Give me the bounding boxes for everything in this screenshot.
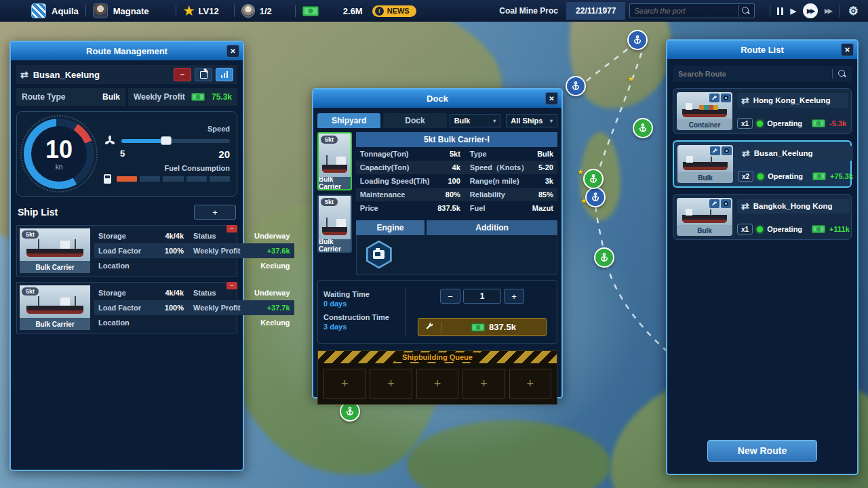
weekly-profit-label: Weekly Profit — [193, 247, 252, 255]
route-profit: +111k — [829, 225, 850, 233]
ship-count-badge: x2 — [738, 171, 753, 182]
location-value: Keelung — [260, 319, 290, 327]
location-label: Location — [98, 262, 151, 270]
tab-addition[interactable]: Addition — [427, 220, 557, 235]
queue-slot-add[interactable]: + — [323, 369, 366, 399]
ship-thumbnail: 5kt — [20, 228, 90, 261]
ship-type-label: Bulk Carrier — [20, 261, 90, 273]
shipbuilding-queue: Shipbuilding Queue + + + + + — [317, 350, 557, 405]
news-ticker[interactable]: Coal Mine Proc — [499, 6, 558, 16]
port-anchor-marker-green[interactable] — [583, 169, 604, 189]
ship-thumbnail — [677, 92, 732, 119]
route-card-selected[interactable]: Bulk ⇄ Busan_Keelung x2 Operating +75.3k — [673, 140, 852, 188]
construction-time-value: 3 days — [323, 323, 401, 331]
route-search-input[interactable] — [678, 70, 827, 78]
quantity-stepper: − 1 + — [440, 289, 524, 304]
spec-row: Loading Speed(T/h)100 Range(n mile)3k — [356, 174, 557, 188]
add-ship-button[interactable]: + — [194, 205, 236, 220]
search-icon[interactable] — [838, 70, 846, 78]
port-search-input[interactable] — [634, 7, 736, 15]
edit-icon — [200, 71, 208, 79]
route-name: Bangkok_Hong Kong — [753, 202, 833, 210]
edit-route-button[interactable] — [195, 68, 212, 81]
close-icon[interactable]: ✕ — [226, 45, 239, 58]
track-button[interactable] — [721, 94, 731, 102]
close-icon[interactable]: ✕ — [841, 43, 854, 56]
queue-slot-add[interactable]: + — [462, 369, 505, 399]
star-icon: ★ — [627, 75, 634, 83]
port-anchor-marker[interactable] — [566, 76, 586, 96]
repair-button[interactable] — [709, 94, 719, 102]
play-button[interactable]: ▶ — [790, 7, 795, 16]
queue-slot-add[interactable]: + — [416, 369, 458, 399]
route-status: Operating — [768, 172, 803, 180]
news-button[interactable]: ! NEWS — [372, 5, 416, 17]
port-search[interactable] — [629, 3, 755, 18]
quantity-decrease-button[interactable]: − — [440, 289, 460, 304]
queue-slot-add[interactable]: + — [509, 369, 551, 399]
route-icon: ⇄ — [741, 201, 749, 211]
remove-ship-button[interactable]: − — [226, 225, 237, 232]
route-search[interactable] — [673, 66, 852, 82]
fastest-forward-button[interactable]: ▶▶ — [825, 7, 831, 14]
wrench-icon — [418, 322, 441, 333]
build-price: 837.5k — [489, 322, 516, 332]
ship-count-badge: x1 — [737, 118, 753, 129]
tab-dock[interactable]: Dock — [383, 113, 446, 128]
load-factor-value: 100% — [154, 247, 184, 255]
build-ship-button[interactable]: 837.5k — [418, 318, 547, 336]
build-order-box: Waiting Time 0 days Construction Time 3 … — [317, 280, 557, 344]
close-icon[interactable]: ✕ — [545, 92, 558, 105]
settings-gear-icon[interactable]: ⚙ — [848, 4, 859, 18]
speed-slider[interactable] — [121, 139, 230, 143]
speed-gauge: 10 kn — [24, 119, 94, 189]
advisor-icon[interactable] — [241, 4, 255, 18]
ship-type-filter[interactable]: Bulk ▾ — [450, 114, 501, 127]
company-logo — [31, 3, 46, 18]
speed-unit: kn — [56, 163, 63, 171]
tab-engine[interactable]: Engine — [356, 220, 425, 235]
tab-shipyard[interactable]: Shipyard — [317, 113, 380, 128]
weekly-profit-label: Weekly Profit — [193, 304, 252, 312]
port-anchor-marker-green[interactable] — [633, 118, 653, 138]
shipyard-ship-card-selected[interactable]: 5kt Bulk Carrier — [317, 132, 352, 190]
filter-value: Bulk — [454, 117, 471, 125]
repair-button[interactable] — [709, 199, 719, 208]
speed-slider-handle[interactable] — [161, 136, 172, 145]
chevron-down-icon: ▾ — [493, 118, 496, 124]
ship-card[interactable]: − 5kt Bulk Carrier Storage4k/4k StatusUn… — [16, 282, 237, 333]
port-anchor-marker-green[interactable] — [594, 247, 614, 268]
load-factor-label: Load Factor — [98, 247, 151, 255]
player-avatar[interactable] — [93, 3, 108, 18]
port-anchor-marker[interactable] — [627, 30, 648, 50]
remove-ship-button[interactable]: − — [226, 282, 237, 289]
ship-model-name: 5kt Bulk Carrier-I — [356, 132, 557, 147]
route-profit: +75.3k — [830, 172, 853, 180]
port-anchor-marker[interactable] — [585, 187, 606, 207]
ship-count-badge: x1 — [737, 224, 753, 235]
route-card[interactable]: Container ⇄ Hong Kong_Keelung x1 Operati… — [673, 88, 852, 134]
shipyard-ship-card[interactable]: 5kt Bulk Carrier — [317, 195, 352, 253]
track-button[interactable] — [721, 199, 731, 208]
route-stats-button[interactable] — [216, 68, 233, 81]
engine-module[interactable] — [365, 241, 393, 269]
ship-card[interactable]: − 5kt Bulk Carrier Storage4k/4k StatusUn… — [16, 225, 237, 277]
remove-route-button[interactable]: − — [174, 68, 191, 81]
weekly-profit-cell: Weekly Profit 75.3k — [128, 88, 237, 106]
queue-slot-add[interactable]: + — [370, 369, 412, 399]
route-icon: ⇄ — [742, 148, 750, 159]
route-card[interactable]: Bulk ⇄ Bangkok_Hong Kong x1 Operating +1… — [673, 194, 852, 240]
route-type-cell: Route Type Bulk — [16, 88, 125, 106]
repair-button[interactable] — [710, 146, 720, 155]
route-icon: ⇄ — [741, 95, 749, 106]
quantity-value: 1 — [463, 289, 501, 304]
quantity-increase-button[interactable]: + — [504, 289, 524, 304]
pause-button[interactable] — [777, 7, 783, 15]
search-icon[interactable] — [742, 7, 750, 15]
new-route-button[interactable]: New Route — [707, 440, 817, 462]
track-button[interactable] — [722, 146, 732, 155]
fast-forward-button[interactable]: ▶▶ — [803, 3, 818, 18]
ship-size-filter[interactable]: All Ships ▾ — [506, 114, 557, 127]
status-label: Status — [193, 289, 252, 297]
load-factor-label: Load Factor — [98, 304, 151, 312]
